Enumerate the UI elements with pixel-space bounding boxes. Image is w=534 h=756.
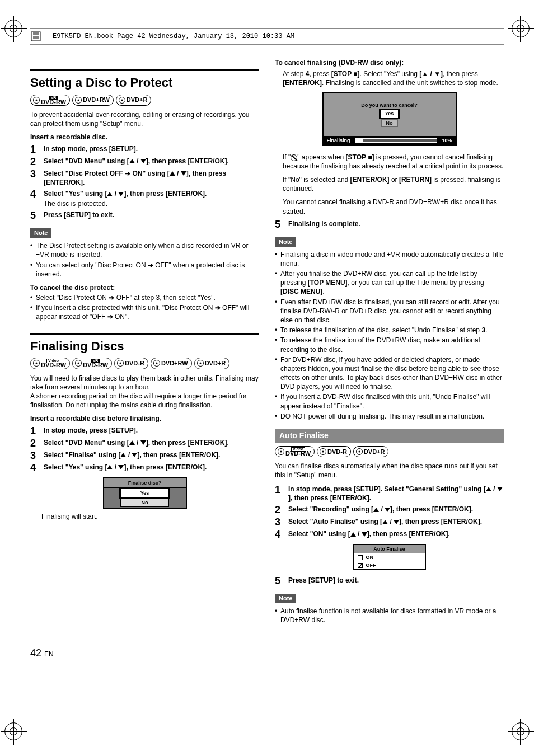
prohibit-icon (291, 154, 297, 161)
cancel-finalising-heading: To cancel finalising (DVD-RW disc only): (275, 58, 504, 67)
cancel-finalising-p1: At step 4, press [STOP ■]. Select "Yes" … (283, 69, 504, 87)
note-bullets-2: Finalising a disc in video mode and +VR … (275, 250, 504, 421)
note-bullets-1: The Disc Protect setting is available on… (30, 241, 259, 279)
disc-badges-finalising: VideoDVD-RW VRDVD-RW DVD-R DVD+RW DVD+R (30, 358, 259, 369)
finalising-intro: You will need to finalise discs to play … (30, 374, 259, 410)
auto-finalise-steps: 1 In stop mode, press [SETUP]. Select "G… (275, 485, 504, 539)
progress-bar (355, 138, 438, 143)
left-column: Setting a Disc to Protect VRDVD-RW DVD+R… (30, 58, 259, 630)
cancel-protect-heading: To cancel the disc protect: (30, 283, 259, 292)
checkbox-icon (358, 563, 363, 568)
cancel-finalising-p2: If "" appears when [STOP ■] is pressed, … (283, 153, 504, 171)
note-label: Note (30, 228, 51, 238)
section-title-protect: Setting a Disc to Protect (30, 69, 259, 91)
cancel-finalising-p4: You cannot cancel finalising a DVD-R and… (283, 198, 504, 215)
print-header: E9TK5FD_EN.book Page 42 Wednesday, Janua… (30, 28, 504, 45)
cancel-protect-bullets: Select "Disc Protect ON ➔ OFF" at step 3… (30, 293, 259, 322)
dialog-yes: Yes (120, 489, 170, 497)
header-text: E9TK5FD_EN.book Page 42 Wednesday, Janua… (53, 32, 294, 41)
right-column: To cancel finalising (DVD-RW disc only):… (275, 58, 504, 630)
book-icon (30, 30, 43, 43)
note-label-2: Note (275, 237, 296, 247)
disc-badges-auto: VideoDVD-RW DVD-R DVD+R (275, 446, 504, 457)
insert-instruction: Insert a recordable disc. (30, 133, 259, 142)
page-number: 42 EN (30, 646, 504, 660)
auto-finalise-dialog: Auto Finalise ON OFF (353, 544, 426, 570)
steps-protect: 1 In stop mode, press [SETUP].2 Select "… (30, 144, 259, 221)
checkbox-icon (358, 555, 363, 560)
finalising-start-text: Finalising will start. (41, 512, 259, 521)
note-bullets-3: Auto finalise function is not available … (275, 607, 504, 624)
steps-finalising: 1 In stop mode, press [SETUP].2 Select "… (30, 426, 259, 473)
cancel-yes: Yes (380, 110, 399, 118)
cancel-no: No (381, 119, 398, 127)
cancel-dialog: Do you want to cancel? Yes No Finalising… (322, 92, 457, 146)
section-title-finalising: Finalising Discs (30, 333, 259, 355)
finalise-dialog: Finalise disc? Yes No (103, 477, 187, 509)
intro-text: To prevent accidental over-recording, ed… (30, 110, 259, 128)
dialog-no: No (120, 498, 170, 507)
auto-finalise-intro: You can finalise discs automatically whe… (275, 462, 504, 480)
disc-badges-protect: VRDVD-RW DVD+RW DVD+R (30, 95, 259, 106)
insert-before-finalising: Insert a recordable disc before finalisi… (30, 414, 259, 423)
auto-finalise-heading: Auto Finalise (275, 429, 504, 443)
cancel-finalising-p3: If "No" is selected and [ENTER/OK] or [R… (283, 175, 504, 193)
note-label-3: Note (275, 594, 296, 603)
